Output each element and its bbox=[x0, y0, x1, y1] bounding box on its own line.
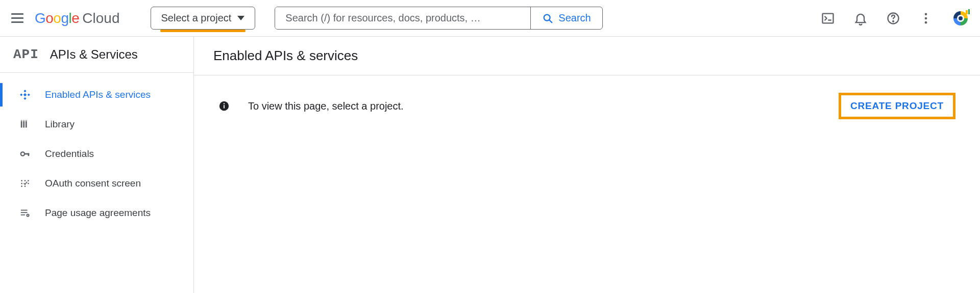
svg-rect-36 bbox=[21, 215, 25, 216]
project-selector[interactable]: Select a project bbox=[151, 7, 256, 30]
header-utility-icons bbox=[821, 9, 970, 28]
notifications-icon[interactable] bbox=[853, 11, 868, 25]
svg-rect-35 bbox=[21, 212, 28, 213]
search-button[interactable]: Search bbox=[530, 7, 602, 29]
info-banner: To view this page, select a project. CRE… bbox=[194, 75, 980, 137]
svg-rect-2 bbox=[823, 13, 834, 23]
google-wordmark: Google bbox=[35, 10, 79, 26]
info-message: To view this page, select a project. bbox=[248, 100, 820, 112]
sidebar: API APIs & Services Enabled APIs & servi… bbox=[0, 37, 194, 293]
cloud-wordmark: Cloud bbox=[82, 10, 119, 26]
svg-point-31 bbox=[28, 183, 29, 184]
sidebar-item-label: Enabled APIs & services bbox=[45, 89, 151, 100]
sidebar-item-page-usage-agreements[interactable]: Page usage agreements bbox=[0, 198, 193, 228]
main-header: Enabled APIs & services bbox=[194, 37, 980, 75]
agreements-icon bbox=[18, 206, 32, 220]
api-logo-icon: API bbox=[13, 47, 39, 62]
svg-point-40 bbox=[224, 103, 225, 104]
svg-rect-34 bbox=[21, 210, 28, 211]
sidebar-nav: Enabled APIs & services Library bbox=[0, 73, 193, 228]
svg-point-8 bbox=[925, 21, 927, 23]
svg-point-32 bbox=[21, 185, 22, 187]
enabled-apis-icon bbox=[18, 88, 32, 101]
page-title: Enabled APIs & services bbox=[213, 48, 961, 64]
svg-point-28 bbox=[24, 180, 26, 181]
svg-rect-12 bbox=[968, 9, 970, 14]
sidebar-item-label: Page usage agreements bbox=[45, 207, 151, 219]
info-icon bbox=[218, 100, 230, 112]
sidebar-item-credentials[interactable]: Credentials bbox=[0, 139, 193, 169]
svg-point-29 bbox=[28, 180, 29, 181]
sidebar-item-library[interactable]: Library bbox=[0, 110, 193, 139]
svg-point-24 bbox=[21, 152, 24, 155]
svg-rect-15 bbox=[20, 93, 22, 96]
svg-rect-22 bbox=[23, 120, 24, 121]
google-cloud-logo[interactable]: Google Cloud bbox=[35, 10, 120, 26]
svg-rect-21 bbox=[21, 120, 22, 121]
create-project-button[interactable]: CREATE PROJECT bbox=[839, 93, 955, 119]
help-icon[interactable] bbox=[886, 11, 900, 25]
svg-point-10 bbox=[959, 16, 963, 20]
svg-rect-20 bbox=[26, 121, 27, 128]
svg-rect-14 bbox=[23, 97, 26, 100]
sidebar-item-label: Credentials bbox=[45, 148, 94, 159]
sidebar-header: API APIs & Services bbox=[0, 37, 193, 73]
sidebar-item-enabled-apis[interactable]: Enabled APIs & services bbox=[0, 80, 193, 110]
svg-rect-13 bbox=[23, 90, 26, 92]
consent-icon bbox=[18, 177, 32, 190]
highlight-underline bbox=[160, 30, 246, 32]
sidebar-item-label: Library bbox=[45, 119, 75, 130]
sidebar-item-label: OAuth consent screen bbox=[45, 178, 141, 189]
project-selector-label: Select a project bbox=[161, 12, 232, 24]
key-icon bbox=[18, 147, 32, 161]
svg-rect-39 bbox=[224, 105, 225, 108]
main-content: Enabled APIs & services To view this pag… bbox=[194, 37, 980, 293]
svg-rect-16 bbox=[28, 93, 30, 96]
svg-rect-19 bbox=[23, 121, 24, 128]
svg-rect-17 bbox=[23, 93, 27, 96]
svg-rect-11 bbox=[966, 10, 968, 14]
svg-point-30 bbox=[21, 183, 22, 184]
sidebar-item-oauth-consent[interactable]: OAuth consent screen bbox=[0, 169, 193, 198]
svg-line-1 bbox=[550, 20, 552, 22]
svg-point-5 bbox=[893, 20, 894, 21]
cloud-shell-icon[interactable] bbox=[821, 11, 835, 25]
svg-point-33 bbox=[24, 185, 26, 187]
svg-point-7 bbox=[925, 17, 927, 19]
account-avatar[interactable] bbox=[951, 9, 970, 28]
svg-rect-26 bbox=[28, 153, 30, 156]
svg-point-6 bbox=[925, 13, 927, 15]
chevron-down-icon bbox=[237, 16, 244, 20]
search-icon bbox=[542, 13, 553, 24]
search-button-label: Search bbox=[558, 12, 591, 24]
more-options-icon[interactable] bbox=[919, 11, 933, 25]
hamburger-menu-icon[interactable] bbox=[10, 11, 24, 25]
search-input[interactable] bbox=[275, 7, 530, 29]
sidebar-title: APIs & Services bbox=[50, 47, 138, 62]
svg-rect-23 bbox=[26, 120, 27, 121]
top-header: Google Cloud Select a project Search bbox=[0, 0, 980, 37]
search-group: Search bbox=[275, 7, 602, 30]
svg-point-27 bbox=[21, 180, 22, 181]
library-icon bbox=[18, 118, 32, 131]
svg-rect-18 bbox=[21, 121, 22, 128]
